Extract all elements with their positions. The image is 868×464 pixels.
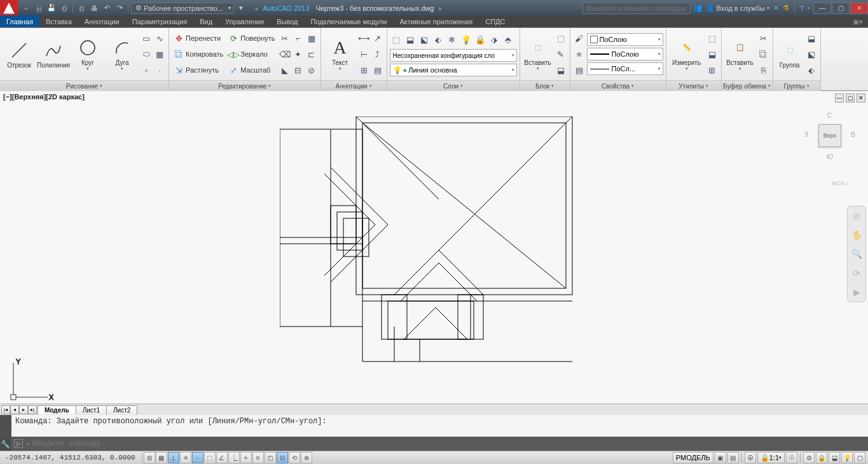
infocenter-icon[interactable]: 👥 — [693, 4, 702, 12]
drawing-canvas[interactable]: [−][Верхняя][2D каркас] — ▢ ✕ С Ю В З Ве… — [0, 91, 868, 415]
offset-icon[interactable]: ⊏ — [305, 46, 318, 62]
layout-last-icon[interactable]: ▸| — [28, 405, 37, 414]
xchange-apps-icon[interactable]: ⚗ — [783, 4, 789, 12]
layer-states-icon[interactable]: ⬓ — [404, 32, 417, 47]
scale-display[interactable]: 🔒1:1▾ — [757, 452, 785, 463]
viewcube-east[interactable]: В — [851, 131, 855, 138]
tab-output[interactable]: Вывод — [270, 15, 304, 27]
move-button[interactable]: ✥Перенести — [172, 31, 225, 46]
layer-iso-icon[interactable]: ⬕ — [418, 32, 431, 47]
viewcube-west[interactable]: З — [804, 131, 808, 138]
viewport-min-icon[interactable]: — — [835, 94, 844, 102]
trim-icon[interactable]: ✂ — [279, 31, 291, 46]
command-handle[interactable]: 🔧 — [0, 415, 11, 451]
layer-current-dropdown[interactable]: 💡●Линия основна — [390, 64, 517, 76]
tab-annotate[interactable]: Аннотации — [78, 15, 126, 27]
match-props-icon[interactable]: 🖌 — [573, 31, 586, 46]
undo-icon[interactable]: ↶ — [101, 3, 113, 14]
tab-parametric[interactable]: Параметризация — [126, 15, 193, 27]
panel-clip-title[interactable]: Буфер обмена — [722, 80, 773, 91]
signin-button[interactable]: 👤Вход в службы▾ — [706, 4, 769, 12]
polar-icon[interactable]: ✳ — [180, 452, 191, 463]
copy-clip-icon[interactable]: ⿻ — [757, 46, 770, 62]
edit-block-icon[interactable]: ✎ — [555, 46, 567, 62]
group-mgr-icon[interactable]: ⬖ — [805, 62, 818, 78]
redo-icon[interactable]: ↷ — [114, 3, 125, 14]
tab-home[interactable]: Главная — [0, 15, 39, 27]
explode-icon[interactable]: ✦ — [292, 46, 305, 62]
viewport-max-icon[interactable]: ▢ — [846, 94, 855, 102]
tab-plugins[interactable]: Подключаемые модули — [305, 15, 394, 27]
annoscale-icon[interactable]: ⦿ — [745, 452, 756, 463]
selection-cycle-icon[interactable]: ⟲ — [289, 452, 300, 463]
chamfer-icon[interactable]: ◣ — [279, 62, 291, 78]
viewport-close-icon[interactable]: ✕ — [857, 94, 865, 102]
hardware-accel-icon[interactable]: ⬓ — [829, 452, 840, 463]
dim-linear-icon[interactable]: ⟷ — [358, 31, 371, 46]
layer-freeze-icon[interactable]: ❄ — [446, 32, 458, 47]
insert-block-button[interactable]: ⬚Вставить▾ — [523, 30, 553, 78]
help-icon[interactable]: ? — [800, 4, 804, 12]
workspace-switch-icon[interactable]: ⚙ — [803, 452, 815, 463]
close-button[interactable]: ✕ — [850, 3, 868, 14]
maximize-button[interactable]: ▢ — [832, 3, 850, 14]
layer-walk-icon[interactable]: ⬘ — [502, 32, 514, 47]
linetype-dropdown[interactable]: ПоСл... — [587, 62, 663, 75]
block-attr-icon[interactable]: ⬓ — [555, 62, 567, 78]
grid-icon[interactable]: ▦ — [156, 452, 167, 463]
layout-first-icon[interactable]: |◂ — [1, 405, 10, 414]
tab-view[interactable]: Вид — [193, 15, 219, 27]
table-icon[interactable]: ⊞ — [358, 62, 371, 78]
help-search-input[interactable] — [582, 3, 691, 14]
text-button[interactable]: AТекст▾ — [324, 30, 357, 78]
workspace-dropdown[interactable]: ⚙Рабочее пространство... — [131, 3, 234, 14]
qat-more-icon[interactable]: ▾ — [235, 3, 247, 14]
panel-draw-title[interactable]: Рисование — [0, 80, 169, 91]
coordinates-display[interactable]: -20574.1467, 41512.6383, 0.0000 — [0, 454, 141, 461]
3dosnap-icon[interactable]: ⬚ — [204, 452, 216, 463]
tab-spds[interactable]: СПДС — [479, 15, 511, 27]
lineweight-dropdown[interactable]: ПоСлою — [587, 48, 663, 60]
ungroup-icon[interactable]: ⬓ — [805, 31, 818, 46]
ellipse-icon[interactable]: ⬭ — [140, 46, 153, 62]
panel-utils-title[interactable]: Утилиты — [666, 80, 721, 91]
ducs-icon[interactable]: ⎿ — [228, 452, 240, 463]
annotation-monitor-icon[interactable]: ⊕ — [301, 452, 312, 463]
layer-prop-icon[interactable]: ⬚ — [390, 32, 403, 47]
erase-icon[interactable]: ⌫ — [279, 46, 291, 62]
list-icon[interactable]: ▤ — [573, 62, 586, 78]
open-icon[interactable]: ⌸ — [33, 3, 45, 14]
lineweight-display-icon[interactable]: ≡ — [252, 452, 264, 463]
layout-tab-sheet1[interactable]: Лист1 — [76, 405, 107, 414]
quickprops-icon[interactable]: ⊟ — [277, 452, 288, 463]
exchange-icon[interactable]: ✕ — [773, 4, 779, 12]
group-edit-icon[interactable]: ⬕ — [805, 46, 818, 62]
annovis-icon[interactable]: ⦾ — [786, 452, 797, 463]
viewcube-north[interactable]: С — [827, 112, 832, 119]
panel-modify-title[interactable]: Редактирование — [169, 80, 320, 91]
group-button[interactable]: ⬚Группа — [776, 30, 804, 78]
otrack-icon[interactable]: ∠ — [216, 452, 228, 463]
tab-apps[interactable]: Активные приложения — [393, 15, 479, 27]
spline-icon[interactable]: ∿ — [153, 31, 166, 46]
paste-button[interactable]: 📋Вставить▾ — [724, 30, 756, 78]
mirror-button[interactable]: ◁▷Зеркало — [226, 46, 277, 62]
layer-prev-icon[interactable]: ⬖ — [432, 32, 444, 47]
new-icon[interactable]: ▫ — [20, 3, 32, 14]
toolbar-lock-icon[interactable]: 🔒 — [816, 452, 827, 463]
arc-button[interactable]: Дуга▾ — [106, 30, 139, 78]
create-block-icon[interactable]: ⬚ — [555, 31, 567, 46]
align-icon[interactable]: ⊟ — [292, 62, 305, 78]
osnap-icon[interactable]: ▫ — [192, 452, 203, 463]
calc-icon[interactable]: ⊞ — [706, 62, 719, 78]
hatch-icon[interactable]: ▦ — [153, 46, 166, 62]
viewcube-south[interactable]: Ю — [827, 153, 833, 160]
save-icon[interactable]: 💾 — [46, 3, 57, 14]
layer-match-icon[interactable]: ⬗ — [488, 32, 500, 47]
line-button[interactable]: Отрезок — [3, 30, 36, 78]
region-icon[interactable]: ▫ — [140, 62, 153, 78]
rotate-button[interactable]: ⟳Повернуть — [226, 31, 277, 46]
copybase-icon[interactable]: ⎘ — [757, 62, 770, 78]
ribbon-collapse-icon[interactable]: ▣▾ — [848, 17, 868, 27]
viewcube-top[interactable]: Верх — [818, 124, 841, 147]
